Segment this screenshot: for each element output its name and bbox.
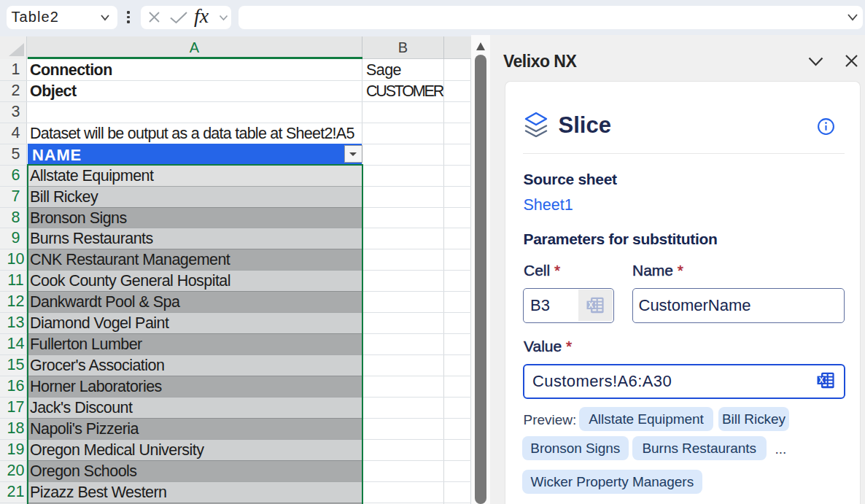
svg-text:X: X bbox=[819, 376, 824, 384]
svg-text:X: X bbox=[588, 301, 593, 309]
